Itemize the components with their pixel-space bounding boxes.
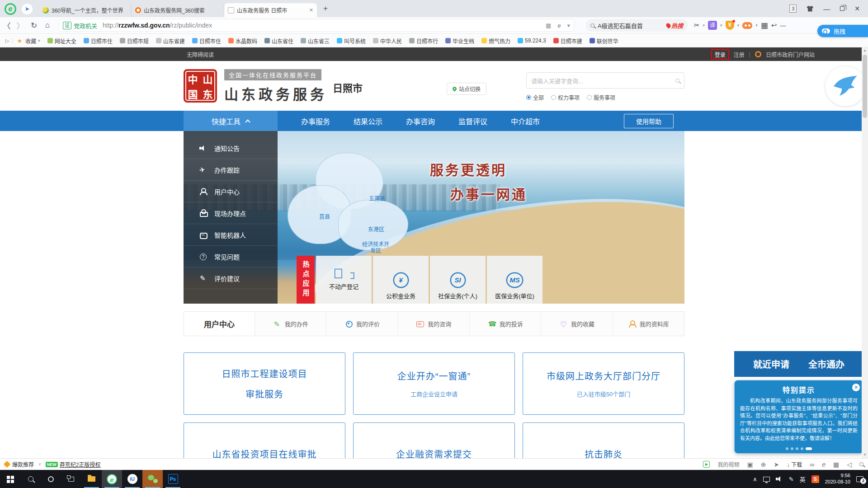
nav-menu-item[interactable]: 结果公示 [354,116,382,127]
promo-link[interactable]: 莽荒纪2正版授权 [60,460,101,468]
screenshot-menu-caret[interactable]: ▾ [703,23,705,28]
new-tab-button[interactable]: + [320,3,331,14]
translate-menu-caret[interactable]: ▾ [720,23,722,28]
citywide-link[interactable]: 全市通办 [808,357,844,371]
user-center-tab[interactable]: 我的资料库 [613,312,684,336]
recently-closed-icon[interactable]: ↩ [771,21,777,29]
accessibility-link[interactable]: 无障碍阅读 [187,51,214,58]
ie-compat-icon[interactable]: e [822,461,826,468]
reader-glasses-icon[interactable]: ∞ [810,461,814,468]
bookmark-item[interactable]: 水晶数码 [228,37,257,45]
nav-menu-item[interactable]: 监督评议 [458,116,487,127]
map-region-label[interactable]: 五莲县 [369,194,385,202]
bookmark-item[interactable]: 日照市建 [553,37,582,45]
window-layout-icon[interactable]: ▦ [833,461,839,468]
taskbar-search-button[interactable] [20,470,41,488]
register-link[interactable]: 注册 [734,51,745,58]
bookmark-item[interactable]: 59.224.3 [518,38,546,44]
radio-icon[interactable] [587,95,592,100]
file-explorer-button[interactable] [81,470,102,488]
quick-tool-item[interactable]: 用户中心 [184,181,278,202]
speed-icon[interactable]: ⊕ [761,461,766,468]
hot-app-tile[interactable]: 不动产登记 [316,256,372,304]
filter-radio-option[interactable]: 全部 [526,94,544,101]
menu-icon[interactable]: — [780,22,786,29]
user-center-tab[interactable]: 我的收藏 [541,312,613,336]
bookmark-item[interactable]: 中华人民 [373,37,402,45]
scroll-down-arrow[interactable]: ▼ [862,452,868,458]
game-menu-caret[interactable]: ▾ [755,23,758,28]
bookmark-item[interactable]: 毕业生档 [445,37,474,45]
browser-tab[interactable]: 360导航_一个主页，整个世界 ✕ [39,3,132,17]
url-dropdown-icon[interactable]: ▾ [567,22,570,29]
browser-360-button[interactable]: e [102,470,122,488]
service-card[interactable]: 山东省投资项目在线审批 [184,422,345,458]
service-card[interactable]: 抗击肺炎 [523,422,684,458]
bookmark-item[interactable]: 叫号系统 [337,37,366,45]
theme-skin-icon[interactable] [807,6,813,12]
filter-radio-option[interactable]: 权力事项 [551,94,580,101]
portal-link[interactable]: 日照市政府门户网站 [766,51,815,58]
quick-tool-item[interactable]: 办件跟踪 [184,159,278,181]
quick-tool-item[interactable]: 智能机器人 [184,224,278,246]
floating-bird-widget[interactable] [826,66,865,106]
service-card[interactable]: 企业开办“一窗通” 工商企业设立申请 [353,352,515,415]
bookmarks-expand-icon[interactable]: ▷ [5,38,9,44]
quick-tool-item[interactable]: 常见问题 [184,246,278,267]
restore-button[interactable] [840,6,844,11]
volume-icon[interactable] [776,476,783,482]
home-button[interactable]: ⌂ [41,21,54,30]
apps-grid-icon[interactable]: ▦ [761,21,768,30]
map-region-label[interactable]: 东港区 [368,225,384,233]
service-card[interactable]: 日照市工程建设项目 审批服务 [184,352,345,415]
back-button[interactable]: 〈 [0,20,14,31]
task-view-button[interactable] [61,470,81,488]
radio-icon[interactable] [526,95,531,100]
quick-tools-toggle[interactable]: 快捷工具 [184,111,278,131]
photoshop-button[interactable]: Ps [163,470,183,488]
wallpaper-icon[interactable]: ▣ [747,461,753,468]
notice-close-icon[interactable]: ✕ [852,384,860,391]
reload-button[interactable]: ↻ [27,21,41,30]
site-search-icon[interactable] [675,79,679,83]
ie-mode-icon[interactable]: e [557,22,561,29]
login-link[interactable]: 登录 [711,49,729,60]
scrollbar-thumb[interactable] [863,55,867,118]
favorites-menu[interactable]: ★收藏▾ [17,37,40,45]
browser-360-logo-icon[interactable]: e [5,3,16,15]
site-switch-button[interactable]: 站点切换 [447,83,486,95]
promo-label[interactable]: 爆款推荐 [12,460,34,468]
radio-icon[interactable] [551,95,556,100]
bookmark-item[interactable]: 网址大全 [47,37,76,45]
bookmark-item[interactable]: 日照市行 [409,37,438,45]
hot-app-tile[interactable]: ¥ 公积金业务 [373,256,429,304]
tab-user-center[interactable]: 用户中心 [184,312,255,336]
input-language[interactable]: 英 [800,475,806,483]
notice-pagination-dots[interactable] [735,447,863,450]
wallet-shield-icon[interactable]: ¥ [726,21,734,30]
close-button[interactable]: ✕ [854,5,860,12]
bookmark-item[interactable]: 日照市住 [192,37,221,45]
promo-caret-icon[interactable]: ˅ [38,462,41,467]
start-button[interactable] [0,470,20,488]
map-region-label[interactable]: 莒县 [319,212,330,220]
user-center-tab[interactable]: 我的咨询 [398,312,470,336]
map-region-label[interactable]: 经济技术开发区 [360,241,392,254]
tab-count-button[interactable]: 3 [789,5,797,13]
help-button[interactable]: 使用帮助 [624,114,674,128]
quick-tool-item[interactable]: 评价建议 [184,267,278,289]
bookmark-item[interactable]: 燃气热力 [481,37,510,45]
hot-app-tile[interactable]: SI 社保业务(个人) [430,256,486,304]
my-video-icon[interactable]: ▶ [703,461,710,468]
browser-nav-home-icon[interactable]: ➤ [22,4,33,14]
address-bar[interactable]: 证 党政机关 http://rzzwfw.sd.gov.cn/rz/public… [59,19,574,32]
download-button[interactable]: ↓下载 [787,460,802,468]
user-center-tab[interactable]: 我的评价 [326,312,398,336]
nav-menu-item[interactable]: 中介超市 [511,116,540,127]
hot-app-tile[interactable]: MS 医保业务(单位) [487,256,542,304]
site-search-box[interactable]: 请输入关键字查询... [526,72,684,89]
bookmark-item[interactable]: 日照市规 [120,37,149,45]
game-center-icon[interactable] [742,22,752,29]
minimize-button[interactable]: — [823,5,830,13]
wechat-button[interactable] [142,470,163,488]
